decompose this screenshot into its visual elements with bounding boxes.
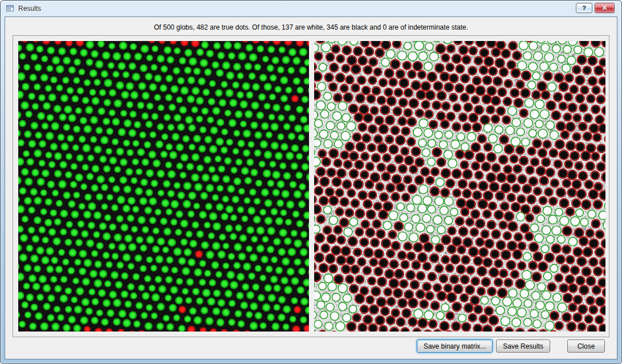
titlebar[interactable]: Results ? ✕ [1, 1, 621, 17]
results-dialog: Results ? ✕ Of 500 globs, 482 are true d… [0, 0, 622, 364]
image-frame [13, 35, 609, 337]
help-button[interactable]: ? [576, 3, 592, 13]
save-results-button[interactable]: Save Results [496, 340, 550, 353]
window-title: Results [18, 5, 41, 13]
classified-overlay-image [314, 41, 605, 332]
app-window-icon [6, 4, 15, 13]
button-row: Save binary matrix... Save Results Close [5, 340, 617, 353]
close-button[interactable]: Close [567, 340, 605, 353]
dialog-client-area: Of 500 globs, 482 are true dots. Of thos… [5, 17, 617, 359]
save-binary-matrix-button[interactable]: Save binary matrix... [417, 340, 493, 353]
detected-dots-image [18, 41, 309, 332]
caption-buttons: ? ✕ [576, 3, 615, 13]
close-window-button[interactable]: ✕ [595, 3, 615, 13]
summary-text: Of 500 globs, 482 are true dots. Of thos… [5, 23, 617, 31]
help-icon: ? [582, 5, 586, 11]
close-icon: ✕ [601, 4, 607, 12]
